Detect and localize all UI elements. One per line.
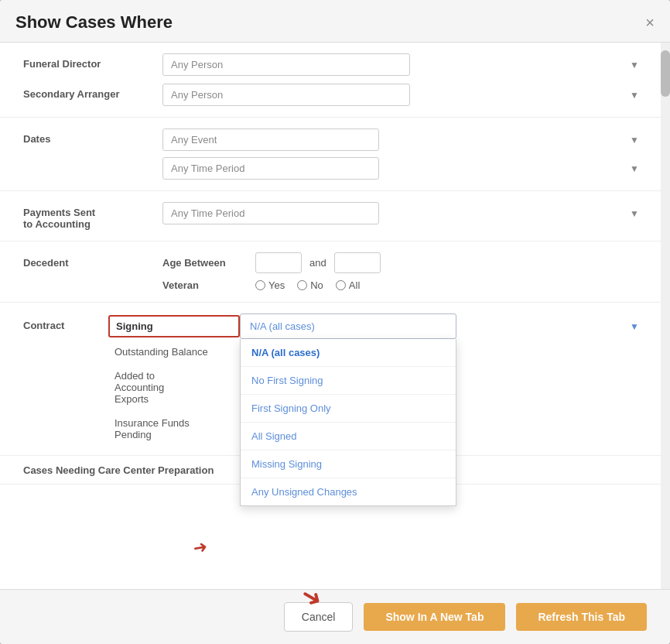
any-time-period-select[interactable]: Any Time Period — [162, 157, 379, 180]
modal-body: Funeral Director Any Person ▼ Secondary … — [0, 43, 670, 589]
decedent-section: Decedent Age Between and Veteran Ye — [0, 242, 670, 303]
veteran-yes-option[interactable]: Yes — [255, 279, 285, 291]
dropdown-item-all-signed[interactable]: All Signed — [241, 423, 456, 450]
veteran-row: Veteran Yes No — [162, 279, 647, 291]
funeral-director-select-wrapper: Any Person ▼ — [162, 53, 647, 76]
payments-label: Payments Sent to Accounting — [23, 202, 162, 230]
dropdown-item-na[interactable]: N/A (all cases) — [241, 339, 456, 367]
signing-dropdown-menu: N/A (all cases) No First Signing First S… — [240, 339, 456, 506]
signing-dropdown-wrapper: N/A (all cases) ▼ — [240, 313, 647, 339]
veteran-no-label: No — [310, 279, 323, 291]
secondary-arranger-select[interactable]: Any Person — [162, 84, 410, 106]
refresh-tab-button[interactable]: Refresh This Tab — [516, 603, 647, 631]
any-event-select[interactable]: Any Event — [162, 128, 379, 151]
signing-option[interactable]: Signing — [108, 315, 240, 337]
modal-dialog: Show Cases Where × Funeral Director Any … — [0, 0, 670, 644]
decedent-row: Decedent Age Between and Veteran Ye — [23, 252, 647, 291]
added-to-accounting-option[interactable]: Added to Accounting Exports — [108, 366, 240, 409]
veteran-all-radio[interactable] — [336, 280, 346, 290]
scrollbar-thumb[interactable] — [661, 50, 670, 97]
dropdown-item-unsigned-changes[interactable]: Any Unsigned Changes — [241, 478, 456, 505]
veteran-all-option[interactable]: All — [336, 279, 360, 291]
payments-select[interactable]: Any Time Period — [162, 202, 379, 224]
funeral-director-chevron-icon: ▼ — [630, 60, 639, 70]
secondary-arranger-select-wrapper: Any Person ▼ — [162, 84, 647, 106]
person-section: Funeral Director Any Person ▼ Secondary … — [0, 43, 670, 118]
scrollbar-track — [661, 43, 670, 589]
dates-section: Dates Any Event ▼ Any Time Period ▼ — [0, 118, 670, 191]
payments-select-wrapper: Any Time Period ▼ — [162, 202, 647, 224]
secondary-arranger-field: Any Person ▼ — [162, 84, 647, 106]
payments-field: Any Time Period ▼ — [162, 202, 647, 224]
signing-select[interactable]: N/A (all cases) — [240, 313, 456, 339]
and-text: and — [309, 257, 326, 269]
veteran-all-label: All — [349, 279, 360, 291]
any-event-select-wrapper: Any Event ▼ — [162, 128, 647, 151]
any-event-chevron-icon: ▼ — [630, 135, 639, 146]
payments-section: Payments Sent to Accounting Any Time Per… — [0, 191, 670, 242]
age-max-input[interactable] — [334, 252, 381, 273]
payments-row: Payments Sent to Accounting Any Time Per… — [23, 202, 647, 230]
funeral-director-select[interactable]: Any Person — [162, 53, 410, 76]
secondary-arranger-row: Secondary Arranger Any Person ▼ — [23, 84, 647, 106]
secondary-arranger-label: Secondary Arranger — [23, 84, 162, 100]
dropdown-item-no-first[interactable]: No First Signing — [241, 367, 456, 395]
veteran-no-radio[interactable] — [297, 280, 307, 290]
any-time-period-select-wrapper: Any Time Period ▼ — [162, 157, 647, 180]
age-min-input[interactable] — [255, 252, 302, 273]
outstanding-balance-option[interactable]: Outstanding Balance — [108, 342, 240, 361]
payments-chevron-icon: ▼ — [630, 208, 639, 219]
signing-chevron-icon: ▼ — [630, 321, 639, 332]
age-between-label: Age Between — [162, 257, 248, 269]
funeral-director-field: Any Person ▼ — [162, 53, 647, 76]
modal-footer: ➜ Cancel Show In A New Tab Refresh This … — [0, 589, 670, 644]
cases-needing-label: Cases Needing Care Center Preparation — [23, 464, 214, 476]
veteran-label: Veteran — [162, 279, 248, 291]
contract-right: N/A (all cases) ▼ N/A (all cases) No Fir… — [240, 313, 647, 339]
dates-field: Any Event ▼ Any Time Period ▼ — [162, 128, 647, 180]
dates-label: Dates — [23, 128, 162, 145]
contract-options: Signing Outstanding Balance Added to Acc… — [108, 313, 240, 444]
decedent-field: Age Between and Veteran Yes — [162, 252, 647, 291]
close-button[interactable]: × — [645, 15, 655, 30]
age-row: Age Between and — [162, 252, 647, 273]
contract-label: Contract — [23, 313, 108, 331]
contract-row: Contract Signing Outstanding Balance Add… — [23, 313, 647, 444]
arrow-indicator-icon: ➜ — [192, 537, 209, 560]
insurance-funds-option[interactable]: Insurance Funds Pending — [108, 413, 240, 444]
decedent-label: Decedent — [23, 252, 162, 269]
funeral-director-label: Funeral Director — [23, 53, 162, 70]
dropdown-item-missing[interactable]: Missing Signing — [241, 450, 456, 478]
funeral-director-row: Funeral Director Any Person ▼ — [23, 53, 647, 76]
veteran-radio-group: Yes No All — [255, 279, 360, 291]
dates-row: Dates Any Event ▼ Any Time Period ▼ — [23, 128, 647, 180]
contract-section: Contract Signing Outstanding Balance Add… — [0, 303, 670, 456]
veteran-yes-label: Yes — [268, 279, 285, 291]
veteran-yes-radio[interactable] — [255, 280, 265, 290]
dropdown-item-first-only[interactable]: First Signing Only — [241, 395, 456, 423]
secondary-arranger-chevron-icon: ▼ — [630, 90, 639, 101]
modal-header: Show Cases Where × — [0, 0, 670, 43]
show-new-tab-button[interactable]: Show In A New Tab — [364, 603, 505, 631]
any-time-period-chevron-icon: ▼ — [630, 163, 639, 174]
veteran-no-option[interactable]: No — [297, 279, 323, 291]
modal-title: Show Cases Where — [15, 12, 173, 33]
